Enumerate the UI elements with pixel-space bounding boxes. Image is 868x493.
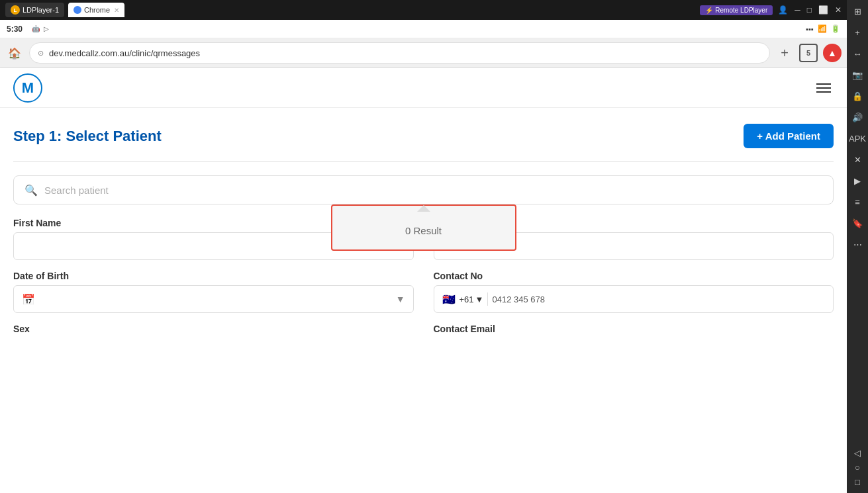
status-icons: 🤖 ▷ — [32, 25, 49, 32]
signal-icon: 📶 — [818, 24, 827, 33]
search-icon: 🔍 — [24, 184, 38, 197]
status-bar: 5:30 🤖 ▷ ▪▪▪ 📶 🔋 — [0, 20, 847, 38]
status-time: 5:30 — [7, 24, 23, 34]
contact-no-group: Contact No 🇦🇺 +61 ▼ 0412 345 678 — [434, 271, 834, 313]
sidebar-arrow-icon[interactable]: ↔ — [850, 46, 865, 61]
sidebar-circle-icon[interactable]: ○ — [850, 460, 865, 474]
android-icon: 🤖 — [32, 25, 40, 32]
contact-email-label: Contact Email — [434, 324, 834, 334]
ldplayer-icon: L — [11, 5, 20, 15]
right-sidebar: ⊞ + ↔ 📷 🔒 🔊 APK ✕ ▶ ≡ 🔖 ⋯ ◁ ○ □ — [847, 0, 868, 493]
chrome-tab-label: Chrome — [84, 6, 110, 14]
url-icon: ⊙ — [38, 49, 44, 58]
search-input[interactable] — [44, 185, 822, 196]
search-input-wrapper[interactable]: 🔍 — [13, 175, 834, 204]
hamburger-line-2 — [816, 87, 831, 89]
search-result-text: 0 Result — [332, 212, 515, 249]
sidebar-bookmark-icon[interactable]: 🔖 — [850, 216, 865, 230]
url-bar[interactable]: ⊙ dev.medcallz.com.au/clinic/qrmessages — [29, 42, 770, 64]
wifi-icon: ▪▪▪ — [806, 25, 814, 33]
browser-actions: + 5 ▲ — [775, 44, 842, 62]
calendar-icon: 📅 — [22, 293, 35, 306]
sex-label: Sex — [13, 324, 414, 334]
url-text: dev.medcallz.com.au/clinic/qrmessages — [49, 48, 761, 58]
status-right: ▪▪▪ 📶 🔋 — [806, 24, 840, 33]
dob-picker[interactable]: 📅 ▼ — [13, 285, 414, 313]
restore-icon[interactable]: □ — [807, 5, 812, 15]
sidebar-bottom: ◁ ○ □ — [850, 445, 865, 489]
sidebar-lock-icon[interactable]: 🔒 — [850, 89, 865, 103]
profile-button[interactable]: ▲ — [823, 44, 842, 62]
browser-chrome: 🏠 ⊙ dev.medcallz.com.au/clinic/qrmessage… — [0, 38, 847, 68]
add-patient-button[interactable]: + Add Patient — [744, 124, 834, 148]
hamburger-menu[interactable] — [814, 81, 834, 95]
dob-group: Date of Birth 📅 ▼ — [13, 271, 414, 313]
phone-divider — [487, 292, 488, 306]
profile-initial: ▲ — [828, 48, 837, 58]
sidebar-apk-icon[interactable]: APK — [850, 131, 865, 146]
country-chevron-icon: ▼ — [475, 294, 484, 304]
dob-label: Date of Birth — [13, 271, 414, 281]
step-title: Step 1: Select Patient — [13, 128, 162, 145]
remote-ldplayer-btn[interactable]: ⚡ Remote LDPlayer — [700, 5, 773, 15]
new-tab-button[interactable]: + — [775, 44, 794, 62]
sidebar-x-icon[interactable]: ✕ — [850, 152, 865, 167]
sidebar-camera-icon[interactable]: 📷 — [850, 67, 865, 82]
dob-chevron-icon: ▼ — [396, 294, 405, 304]
taskbar-right: ⚡ Remote LDPlayer 👤 ─ □ ⬜ ✕ — [700, 5, 842, 15]
profile-icon[interactable]: 👤 — [778, 5, 788, 15]
sidebar-list-icon[interactable]: ≡ — [850, 195, 865, 209]
window-controls: 👤 ─ □ ⬜ ✕ — [778, 5, 842, 15]
hamburger-line-1 — [816, 83, 831, 85]
contact-email-group: Contact Email — [434, 324, 834, 334]
chrome-icon — [73, 6, 81, 14]
maximize-icon[interactable]: ⬜ — [818, 5, 828, 15]
app-header: M — [0, 68, 847, 108]
ldplayer-label: LDPlayer-1 — [23, 6, 59, 14]
minimize-icon[interactable]: ─ — [795, 5, 800, 15]
home-button[interactable]: 🏠 — [5, 44, 24, 62]
dropdown-arrow — [417, 205, 430, 212]
sidebar-plus-icon[interactable]: + — [850, 25, 865, 40]
flag-icon: 🇦🇺 — [442, 293, 456, 306]
phone-number: 0412 345 678 — [492, 294, 825, 304]
sidebar-back-icon[interactable]: ◁ — [850, 445, 865, 460]
close-icon[interactable]: ✕ — [835, 5, 842, 15]
sidebar-play-icon[interactable]: ▶ — [850, 173, 865, 188]
chrome-tab[interactable]: Chrome ✕ — [68, 3, 124, 17]
sidebar-dots-icon[interactable]: ⋯ — [850, 237, 865, 251]
search-dropdown: 0 Result — [331, 204, 516, 251]
taskbar: L LDPlayer-1 Chrome ✕ ⚡ Remote LDPlayer … — [0, 0, 847, 20]
step-header: Step 1: Select Patient + Add Patient — [13, 124, 834, 148]
sidebar-volume-icon[interactable]: 🔊 — [850, 110, 865, 124]
app-logo[interactable]: M — [13, 73, 42, 103]
remote-ldplayer-label: Remote LDPlayer — [715, 7, 767, 14]
phone-input-wrapper[interactable]: 🇦🇺 +61 ▼ 0412 345 678 — [434, 285, 834, 313]
chrome-tab-close[interactable]: ✕ — [114, 7, 119, 14]
divider — [13, 161, 834, 162]
sex-group: Sex — [13, 324, 414, 334]
search-container: 🔍 0 Result — [13, 175, 834, 204]
logo-letter: M — [22, 79, 34, 97]
hamburger-line-3 — [816, 91, 831, 93]
sidebar-grid-icon[interactable]: ⊞ — [850, 4, 865, 19]
sidebar-square-icon[interactable]: □ — [850, 474, 865, 489]
battery-icon: 🔋 — [831, 24, 840, 33]
country-code[interactable]: +61 ▼ — [459, 294, 484, 304]
page-content: Step 1: Select Patient + Add Patient 🔍 0… — [0, 108, 847, 493]
contact-no-label: Contact No — [434, 271, 834, 281]
tab-count-button[interactable]: 5 — [799, 44, 818, 62]
lightning-icon: ⚡ — [705, 7, 713, 14]
ldplayer-app[interactable]: L LDPlayer-1 — [5, 3, 64, 17]
play-icon: ▷ — [44, 25, 49, 32]
